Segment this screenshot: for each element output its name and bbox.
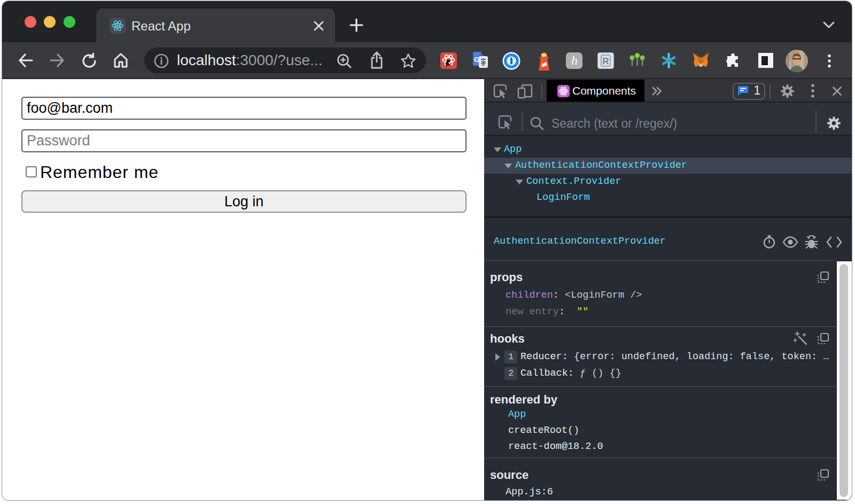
svg-text:h: h: [571, 53, 578, 67]
svg-text:R: R: [602, 56, 609, 66]
svg-text:G: G: [474, 56, 479, 64]
